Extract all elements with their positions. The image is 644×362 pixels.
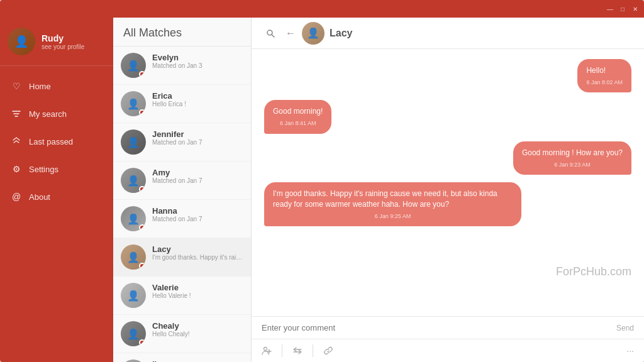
match-item-evelyn[interactable]: 👤 Evelyn Matched on Jan 3 <box>113 47 251 85</box>
message-3: Good morning ! How are you? 6 Jan 9:23 A… <box>513 141 631 175</box>
about-icon: @ <box>10 190 23 203</box>
match-info: Valerie Hello Valerie ! <box>152 283 243 299</box>
contacts-icon[interactable] <box>262 346 272 356</box>
matches-list-items: 👤 Evelyn Matched on Jan 3 👤 Erica Hello … <box>113 47 251 362</box>
match-name: Ilse <box>152 359 243 362</box>
more-icon[interactable]: ··· <box>626 346 634 356</box>
minimize-button[interactable]: — <box>606 5 614 13</box>
online-indicator <box>139 224 145 231</box>
match-item-jennifer[interactable]: 👤 Jennifer Matched on Jan 7 <box>113 123 251 162</box>
chat-partner-name: Lacy <box>330 28 352 39</box>
home-icon: ♡ <box>10 80 23 92</box>
online-indicator <box>139 71 145 77</box>
match-avatar: 👤 <box>121 244 146 270</box>
avatar-image: 👤 <box>121 283 146 308</box>
match-info: Chealy Hello Chealy! <box>152 321 243 337</box>
match-name: Jennifer <box>152 129 243 139</box>
sidebar-item-label: About <box>29 192 50 202</box>
user-info: Rudy see your profile <box>42 33 84 50</box>
chat-partner-avatar: 👤 <box>302 22 325 45</box>
match-item-ilse[interactable]: 👤 Ilse Matched on Jan 4 <box>113 353 251 362</box>
match-name: Erica <box>152 91 243 101</box>
maximize-button[interactable]: □ <box>619 5 626 13</box>
app-window: — □ ✕ 👤 Rudy see your profile ♡ Home <box>0 0 644 362</box>
svg-line-1 <box>272 35 274 37</box>
match-item-amy[interactable]: 👤 Amy Matched on Jan 7 <box>113 162 251 200</box>
toolbar-divider-2 <box>313 344 313 357</box>
chat-area: ← 👤 Lacy Hello! 6 Jan 8:02 AM Good morni… <box>252 18 644 362</box>
sidebar: 👤 Rudy see your profile ♡ Home <box>0 18 113 362</box>
sidebar-item-settings[interactable]: ⚙ Settings <box>0 155 113 183</box>
match-item-valerie[interactable]: 👤 Valerie Hello Valerie ! <box>113 277 251 315</box>
match-subtitle: Matched on Jan 7 <box>152 177 243 184</box>
match-item-erica[interactable]: 👤 Erica Hello Erica ! <box>113 85 251 123</box>
matches-title: All Matches <box>123 26 241 40</box>
message-1: Hello! 6 Jan 8:02 AM <box>577 59 631 92</box>
watermark: ForPcHub.com <box>556 265 631 278</box>
match-info: Evelyn Matched on Jan 3 <box>152 53 243 69</box>
chat-back-button[interactable]: ← <box>282 25 299 42</box>
online-indicator <box>139 109 145 116</box>
message-bubble: Good morning! 6 Jan 8:41 AM <box>264 100 331 133</box>
sidebar-item-label: My search <box>29 109 67 119</box>
chat-header: ← 👤 Lacy <box>252 18 644 49</box>
match-name: Hanna <box>152 206 243 216</box>
sidebar-item-home[interactable]: ♡ Home <box>0 72 113 100</box>
user-tagline: see your profile <box>42 43 84 50</box>
close-button[interactable]: ✕ <box>631 5 639 13</box>
chat-input-area[interactable]: Send <box>252 316 644 339</box>
search-filter-icon <box>10 107 23 120</box>
match-avatar: 👤 <box>121 359 146 362</box>
online-indicator <box>139 263 145 269</box>
chat-search-button[interactable] <box>262 25 279 42</box>
username: Rudy <box>42 33 84 43</box>
message-text: I'm good thanks. Happy it's raining caus… <box>273 189 513 210</box>
match-info: Jennifer Matched on Jan 7 <box>152 129 243 146</box>
sidebar-item-my-search[interactable]: My search <box>0 100 113 128</box>
settings-icon: ⚙ <box>10 163 23 175</box>
match-item-lacy[interactable]: 👤 Lacy I'm good thanks. Happy it's raini… <box>113 238 251 277</box>
match-info: Amy Matched on Jan 7 <box>152 168 243 184</box>
match-name: Lacy <box>152 244 243 254</box>
match-item-hanna[interactable]: 👤 Hanna Matched on Jan 7 <box>113 200 251 238</box>
sidebar-item-about[interactable]: @ About <box>0 183 113 211</box>
message-4: I'm good thanks. Happy it's raining caus… <box>264 182 521 226</box>
match-subtitle: Matched on Jan 7 <box>152 216 243 222</box>
match-item-chealy[interactable]: 👤 Chealy Hello Chealy! <box>113 315 251 353</box>
message-bubble: Good morning ! How are you? 6 Jan 9:23 A… <box>513 141 631 175</box>
match-avatar: 👤 <box>121 91 146 116</box>
sidebar-profile[interactable]: 👤 Rudy see your profile <box>0 18 113 66</box>
sidebar-item-last-passed[interactable]: Last passed <box>0 128 113 155</box>
match-info: Erica Hello Erica ! <box>152 91 243 107</box>
main-content: All Matches 👤 Evelyn Matched on Jan 3 👤 … <box>113 18 644 362</box>
match-name: Amy <box>152 168 243 177</box>
window-controls: — □ ✕ <box>606 5 639 13</box>
chat-input[interactable] <box>262 323 611 332</box>
link-icon[interactable] <box>323 346 333 356</box>
match-info: Ilse Matched on Jan 4 <box>152 359 243 362</box>
avatar-image: 👤 <box>121 129 146 155</box>
transfer-icon[interactable] <box>292 346 303 356</box>
svg-point-2 <box>264 348 267 351</box>
message-text: Good morning ! How are you? <box>522 148 623 158</box>
sidebar-item-label: Settings <box>29 165 58 174</box>
message-bubble: I'm good thanks. Happy it's raining caus… <box>264 182 521 226</box>
match-name: Chealy <box>152 321 243 331</box>
match-subtitle: I'm good thanks. Happy it's raining caus… <box>152 254 243 261</box>
matches-panel: All Matches 👤 Evelyn Matched on Jan 3 👤 … <box>113 18 252 362</box>
toolbar-divider <box>282 344 282 357</box>
match-avatar: 👤 <box>121 206 146 231</box>
match-avatar: 👤 <box>121 168 146 193</box>
avatar-image: 👤 <box>8 28 35 55</box>
send-button[interactable]: Send <box>616 324 634 332</box>
message-time: 6 Jan 9:23 AM <box>522 161 623 169</box>
message-time: 6 Jan 9:25 AM <box>273 212 513 221</box>
message-text: Good morning! <box>273 106 323 117</box>
sidebar-item-label: Last passed <box>29 137 73 146</box>
message-time: 6 Jan 8:02 AM <box>586 79 623 87</box>
message-bubble: Hello! 6 Jan 8:02 AM <box>577 59 631 92</box>
last-passed-icon <box>10 135 23 148</box>
online-indicator <box>139 186 145 192</box>
match-name: Valerie <box>152 283 243 292</box>
match-avatar: 👤 <box>121 129 146 155</box>
